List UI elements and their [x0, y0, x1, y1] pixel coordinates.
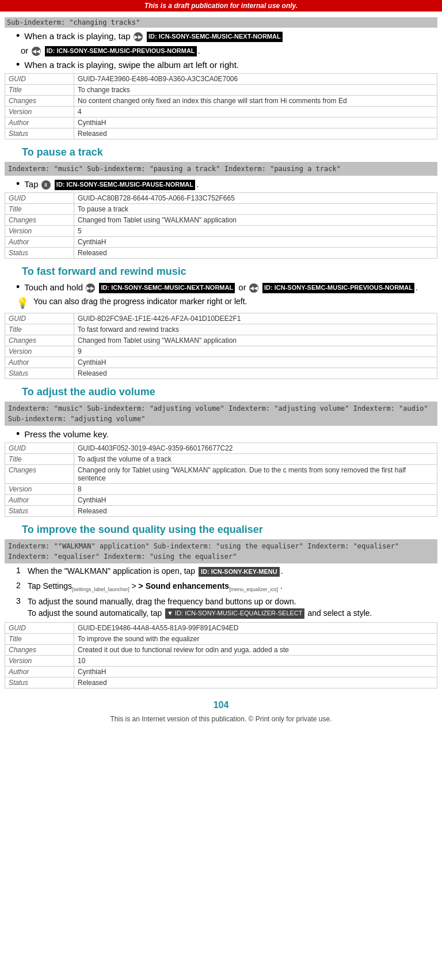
step-number: 3	[16, 596, 28, 606]
label-guid: GUID	[5, 193, 74, 204]
value-guid: GUID-7A4E3960-E486-40B9-A360-A3C3CA0E700…	[74, 74, 437, 85]
label-guid: GUID	[5, 623, 74, 634]
indexterm-bar-pause: Indexterm: "music" Sub-indexterm: "pausi…	[5, 162, 437, 176]
table-row: Changes Changed only for Tablet using "W…	[5, 465, 437, 484]
value-version: 8	[74, 484, 437, 495]
step-number: 2	[16, 581, 28, 590]
label-title: Title	[5, 204, 74, 215]
table-row: GUID GUID-AC80B728-6644-4705-A066-F133C7…	[5, 193, 437, 204]
bullet-text: Touch and hold ▶▶ ID: ICN-SONY-SEMC-MUSI…	[24, 281, 418, 293]
label-title: Title	[5, 634, 74, 645]
value-title: To improve the sound with the equalizer	[74, 634, 437, 645]
value-changes: Changed from Tablet using "WALKMAN" appl…	[74, 335, 437, 346]
tip-icon: 💡	[16, 297, 29, 309]
label-changes: Changes	[5, 335, 74, 346]
list-item: 1 When the "WALKMAN" application is open…	[16, 566, 437, 577]
value-author: CynthiaH	[74, 118, 437, 128]
indexterm-bar-volume: Indexterm: "music" Sub-indexterm: "adjus…	[5, 402, 437, 426]
copyright-text: This is an Internet version of this publ…	[5, 715, 437, 723]
bullet-dot: •	[16, 30, 20, 42]
subindex-changing-tracks: Sub-indexterm: "changing tracks"	[5, 17, 437, 28]
label-status: Status	[5, 678, 74, 688]
label-author: Author	[5, 357, 74, 368]
label-title: Title	[5, 85, 74, 96]
changing-tracks-list: • When a track is playing, tap ▶▶ ID: IC…	[16, 30, 437, 71]
value-title: To pause a track	[74, 204, 437, 215]
table-row: Changes No content changed only fixed an…	[5, 96, 437, 107]
draft-banner: This is a draft publication for internal…	[0, 0, 442, 12]
value-title: To change tracks	[74, 85, 437, 96]
pause-icon-small: ⏸	[41, 180, 51, 190]
icon-pause-normal: ID: ICN-SONY-SEMC-MUSIC-PAUSE-NORMAL	[55, 180, 195, 190]
label-author: Author	[5, 495, 74, 506]
icon-prev-normal: ID: ICN-SONY-SEMC-MUSIC-PREVIOUS-NORMAL	[45, 46, 197, 56]
indexterm-bar-equaliser: Indexterm: ""WALKMAN" application" Sub-i…	[5, 539, 437, 563]
value-version: 10	[74, 656, 437, 667]
label-status: Status	[5, 506, 74, 517]
list-item: • When a track is playing, swipe the alb…	[16, 59, 437, 71]
step-text: Tap Settings[settings_label_launcher] > …	[28, 581, 283, 593]
list-item: or ◀◀ ID: ICN-SONY-SEMC-MUSIC-PREVIOUS-N…	[16, 44, 437, 56]
value-guid: GUID-EDE19486-44A8-4A55-81A9-99F891AC94E…	[74, 623, 437, 634]
table-row: Title To pause a track	[5, 204, 437, 215]
step-text: When the "WALKMAN" application is open, …	[28, 566, 283, 577]
ff-next-icon-small: ▶▶	[86, 283, 95, 293]
list-item: 3 To adjust the sound manually, drag the…	[16, 596, 437, 619]
bullet-text: Tap ⏸ ID: ICN-SONY-SEMC-MUSIC-PAUSE-NORM…	[24, 178, 199, 190]
value-title: To fast forward and rewind tracks	[74, 324, 437, 335]
section-heading-volume: To adjust the audio volume	[22, 386, 437, 398]
icon-menu: ID: ICN-SONY-KEY-MENU	[199, 567, 280, 577]
table-row: Title To improve the sound with the equa…	[5, 634, 437, 645]
bullet-dot: •	[16, 281, 20, 293]
label-changes: Changes	[5, 645, 74, 656]
next-icon-small: ▶▶	[134, 32, 143, 41]
label-guid: GUID	[5, 443, 74, 454]
label-status: Status	[5, 248, 74, 259]
table-row: Title To change tracks	[5, 85, 437, 96]
list-item: • When a track is playing, tap ▶▶ ID: IC…	[16, 30, 437, 42]
table-row: Version 4	[5, 107, 437, 118]
table-row: Author CynthiaH	[5, 237, 437, 248]
table-row: Author CynthiaH	[5, 357, 437, 368]
list-item: 2 Tap Settings[settings_label_launcher] …	[16, 581, 437, 593]
tip-box: 💡 You can also drag the progress indicat…	[16, 297, 437, 309]
equaliser-steps: 1 When the "WALKMAN" application is open…	[16, 566, 437, 619]
bullet-text: When a track is playing, swipe the album…	[24, 59, 239, 71]
section-heading-pause: To pause a track	[22, 146, 437, 158]
step-number: 1	[16, 566, 28, 575]
fastforward-list: • Touch and hold ▶▶ ID: ICN-SONY-SEMC-MU…	[16, 281, 437, 293]
table-row: Title To fast forward and rewind tracks	[5, 324, 437, 335]
table-row: Version 9	[5, 346, 437, 357]
value-author: CynthiaH	[74, 667, 437, 678]
icon-next-normal: ID: ICN-SONY-SEMC-MUSIC-NEXT-NORMAL	[147, 32, 283, 41]
table-row: Author CynthiaH	[5, 495, 437, 506]
label-changes: Changes	[5, 215, 74, 226]
value-version: 4	[74, 107, 437, 118]
table-row: Status Released	[5, 506, 437, 517]
table-row: GUID GUID-8D2FC9AE-1F1E-4426-AF2A-041D10…	[5, 313, 437, 324]
metadata-table-fastforward: GUID GUID-8D2FC9AE-1F1E-4426-AF2A-041D10…	[5, 313, 437, 379]
label-version: Version	[5, 484, 74, 495]
label-status: Status	[5, 128, 74, 139]
label-version: Version	[5, 346, 74, 357]
value-changes: No content changed only fixed an index t…	[74, 96, 437, 107]
bullet-dot: •	[16, 178, 20, 190]
table-row: Changes Changed from Tablet using "WALKM…	[5, 335, 437, 346]
value-status: Released	[74, 248, 437, 259]
icon-ff-prev: ID: ICN-SONY-SEMC-MUSIC-PREVIOUS-NORMAL	[262, 283, 414, 293]
table-row: GUID GUID-7A4E3960-E486-40B9-A360-A3C3CA…	[5, 74, 437, 85]
table-row: GUID GUID-4403F052-3019-49AC-9359-660176…	[5, 443, 437, 454]
table-row: Status Released	[5, 368, 437, 379]
label-title: Title	[5, 324, 74, 335]
section-heading-equaliser: To improve the sound quality using the e…	[22, 524, 437, 536]
label-changes: Changes	[5, 465, 74, 484]
value-status: Released	[74, 678, 437, 688]
bullet-dot: •	[16, 59, 20, 71]
label-author: Author	[5, 118, 74, 128]
bullet-text: or ◀◀ ID: ICN-SONY-SEMC-MUSIC-PREVIOUS-N…	[21, 44, 200, 56]
label-changes: Changes	[5, 96, 74, 107]
value-guid: GUID-8D2FC9AE-1F1E-4426-AF2A-041D10DEE2F…	[74, 313, 437, 324]
value-version: 9	[74, 346, 437, 357]
table-row: Version 5	[5, 226, 437, 237]
value-author: CynthiaH	[74, 495, 437, 506]
